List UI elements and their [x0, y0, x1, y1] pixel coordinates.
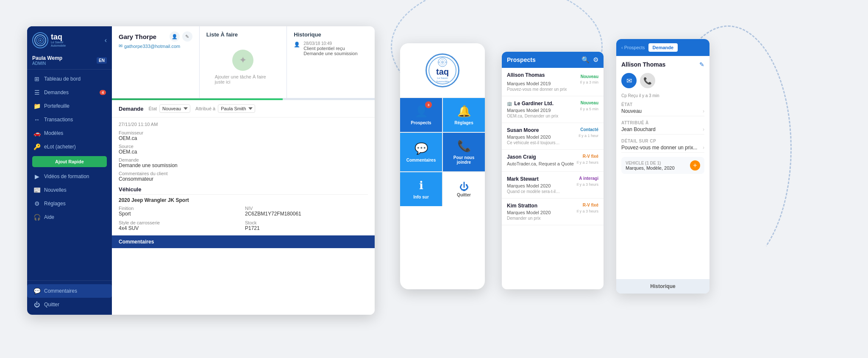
- prospect-item-kim[interactable]: Kim Stratton R-V fixé Marques Model 2020…: [502, 199, 604, 225]
- top-panels: Gary Thorpe 👤 ✎ ✉ gathorpe333@hotmail.co…: [112, 26, 375, 98]
- nav-label: Vidéos de formation: [44, 173, 89, 179]
- tab-demand[interactable]: Demande: [648, 43, 678, 52]
- assigned-select[interactable]: Paula Smith: [218, 104, 255, 113]
- mobile-quit-btn[interactable]: ⏻ Quitter: [443, 172, 485, 206]
- detail-actions: ✉ 📞: [621, 73, 704, 88]
- history-btn[interactable]: Historique: [650, 283, 675, 289]
- finition-label: Finition: [119, 206, 242, 211]
- client-name: Gary Thorpe: [119, 33, 156, 40]
- progress-bar: [112, 98, 375, 100]
- sidebar-item-videos[interactable]: ▶ Vidéos de formation: [27, 170, 112, 183]
- back-chevron-icon: ‹: [621, 45, 623, 50]
- detail-client-row: Allison Thomas ✎: [621, 61, 704, 68]
- building-icon: 🏢: [507, 101, 512, 106]
- sidebar-user: Paula Wemp ADMIN EN: [27, 52, 112, 70]
- prospect-status: Nouveau: [581, 74, 598, 79]
- pour-nous-joindre-label: Pour nous joindre: [446, 155, 481, 165]
- history-item: 👤 28/03/18 10:49 Client potentiel reçu D…: [294, 41, 368, 56]
- prospects-search-icon[interactable]: 🔍: [581, 56, 590, 64]
- detail-edit-icon[interactable]: ✎: [699, 61, 704, 68]
- info-sur-label: Info sur: [413, 195, 429, 199]
- comments-tab[interactable]: Commentaires: [112, 235, 161, 248]
- prospect-time: Il y a 2 heurs: [576, 160, 598, 167]
- quick-add-button[interactable]: Ajout Rapide: [32, 156, 107, 167]
- pour-nous-joindre-icon: 📞: [457, 140, 471, 153]
- prospect-item-susan[interactable]: Susan Moore Contacté Marques Model 2020 …: [502, 123, 604, 150]
- action-phone-btn[interactable]: 📞: [640, 73, 655, 88]
- sidebar-item-modeles[interactable]: 🚗 Modèles: [27, 126, 112, 140]
- prospect-row2: Marques Model 2020 Il y a 3 heurs: [507, 182, 598, 189]
- sidebar-item-demandes[interactable]: ☰ Demandes 4: [27, 86, 112, 99]
- nav-label: Tableau de bord: [44, 76, 81, 82]
- sidebar-item-tableau-de-bord[interactable]: ⊞ Tableau de bord: [27, 72, 112, 86]
- prospects-filter-icon[interactable]: ⚙: [593, 56, 598, 64]
- prospect-item-allison[interactable]: Allison Thomas Nouveau Marques Model 201…: [502, 68, 604, 96]
- prospect-status: Nouveau: [581, 101, 598, 105]
- action-email-btn[interactable]: ✉: [621, 73, 637, 88]
- sidebar-item-reglages[interactable]: ⚙ Réglages: [27, 197, 112, 210]
- sidebar-item-aide[interactable]: 🎧 Aide: [27, 210, 112, 224]
- vehicle-label: VEHICLE (1 DE 1): [626, 161, 675, 165]
- portefeuille-icon: 📁: [33, 103, 41, 109]
- detail-footer: Historique: [616, 279, 709, 294]
- history-details: 28/03/18 10:49 Client potentiel reçu Dem…: [303, 41, 357, 56]
- sidebar-item-transactions[interactable]: ↔ Transactions: [27, 113, 112, 126]
- sidebar-item-elot[interactable]: 🔑 eLot (acheter): [27, 140, 112, 154]
- vehicle-stock: Stock P1721: [245, 220, 368, 231]
- prospect-item-gardiner[interactable]: 🏢 Le Gardiner Ltd. Nouveau Marques Model…: [502, 96, 604, 123]
- detail-cp-label: DÉTAIL SUR CP: [621, 139, 704, 143]
- prospect-status-time: Nouveau: [581, 72, 598, 80]
- field-demande: Demande Demande une soumission: [119, 157, 368, 168]
- user-role: ADMIN: [32, 61, 62, 66]
- sidebar-item-portefeuille[interactable]: 📁 Portefeuille: [27, 99, 112, 113]
- nav-label: Demandes: [44, 90, 69, 95]
- prospect-message: Pouvez-vous me donner un prix: [507, 87, 598, 92]
- mobile-item-commentaires[interactable]: 💬 Commentaires: [400, 133, 442, 171]
- commentaires-icon: 💬: [33, 288, 41, 294]
- client-edit-icon[interactable]: ✎: [182, 31, 192, 42]
- sidebar-item-commentaires[interactable]: 💬 Commentaires: [27, 284, 112, 298]
- prospects-list-header: Prospects 🔍 ⚙: [502, 52, 604, 68]
- prospect-row1: Allison Thomas Nouveau: [507, 72, 598, 80]
- state-select[interactable]: Nouveau: [159, 104, 190, 113]
- field-fournisseur-value: OEM.ca: [119, 135, 368, 141]
- nav-label: eLot (acheter): [44, 144, 76, 150]
- demandes-icon: ☰: [33, 89, 41, 96]
- prospect-row2: Marques Model 2020 Il y a 1 heur: [507, 134, 598, 140]
- prospect-item-mark[interactable]: Mark Stewart A interagi Marques Model 20…: [502, 172, 604, 199]
- detail-back-btn[interactable]: ‹ Prospects: [621, 45, 645, 50]
- transactions-icon: ↔: [33, 116, 41, 123]
- sidebar-header: taq Le Savoir Automobile ‹: [27, 26, 112, 52]
- client-profile-icon[interactable]: 👤: [170, 31, 180, 42]
- sidebar-item-nouvelles[interactable]: 📰 Nouvelles: [27, 183, 112, 197]
- detail-timestamp: Cp Reçu il y a 3 min: [621, 93, 704, 98]
- vehicle-finition: Finition Sport: [119, 206, 242, 217]
- mobile-menu-header: taq Le Savoir Automobile: [400, 43, 485, 98]
- field-commentaires-name: Commentaires du client: [119, 171, 368, 176]
- nav-label: Portefeuille: [44, 103, 70, 109]
- mobile-item-prospects[interactable]: 3 👤 Prospects: [400, 98, 442, 132]
- prospect-message: Ce véhicule est-il toujours…: [507, 140, 598, 145]
- logo-subtext: Le Savoir Automobile: [51, 41, 66, 48]
- mobile-item-reglages[interactable]: 🔔 Réglages: [443, 98, 485, 132]
- prospect-item-jason[interactable]: Jason Craig R-V fixé AutoTrader.ca, Requ…: [502, 150, 604, 172]
- user-info: Paula Wemp ADMIN: [32, 55, 62, 66]
- demand-label: Demande: [119, 106, 144, 112]
- vehicle-add-btn[interactable]: +: [690, 160, 700, 171]
- history-panel: Historique 👤 28/03/18 10:49 Client poten…: [287, 26, 375, 98]
- nav-label: Transactions: [44, 117, 73, 123]
- attribue-value: Jean Bouchard: [621, 126, 656, 132]
- assigned-label: Attribué à: [195, 106, 215, 111]
- field-source-name: Source: [119, 144, 368, 149]
- history-person-icon: 👤: [294, 42, 300, 48]
- prospect-time: Il y a 3 heurs: [576, 182, 598, 189]
- reglages-bell-icon: 🔔: [457, 105, 471, 118]
- comments-tab-bar: Commentaires: [112, 235, 375, 248]
- sidebar-item-quitter[interactable]: ⏻ Quitter: [27, 298, 112, 311]
- sidebar-collapse-btn[interactable]: ‹: [105, 36, 107, 44]
- prospect-status: A interagi: [579, 176, 598, 181]
- user-lang[interactable]: EN: [97, 57, 107, 64]
- mobile-item-info-sur[interactable]: ℹ Info sur: [400, 172, 442, 206]
- mobile-item-pour-nous-joindre[interactable]: 📞 Pour nous joindre: [443, 133, 485, 171]
- state-label: État: [149, 106, 157, 111]
